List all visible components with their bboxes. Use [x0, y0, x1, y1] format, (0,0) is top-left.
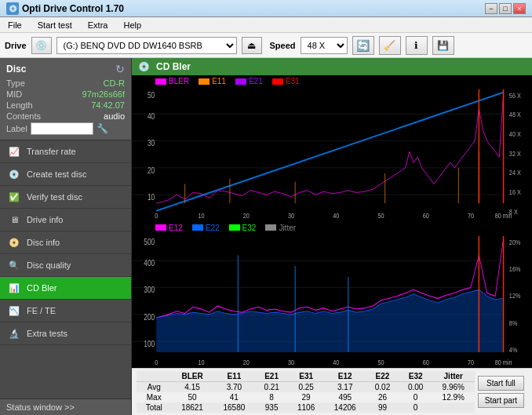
drive-select[interactable]: (G:) BENQ DVD DD DW1640 BSRB: [56, 37, 237, 54]
status-window-button[interactable]: Status window >>: [0, 399, 131, 415]
svg-text:4%: 4%: [509, 344, 518, 353]
legend-e31-color: [272, 78, 283, 85]
svg-text:30: 30: [288, 358, 294, 366]
col-e22: E22: [366, 371, 399, 382]
legend-jitter: Jitter: [265, 224, 296, 232]
chart1-svg: 50 40 30 20 10 56 X 48 X 40 X 32 X 24 X …: [132, 87, 532, 222]
sidebar-nav: 📈 Transfer rate 💿 Create test disc ✅ Ver…: [0, 140, 131, 399]
legend-e11: E11: [199, 77, 226, 86]
disc-label-key: Label: [6, 124, 27, 133]
stats-total-e12: 14206: [324, 402, 366, 413]
disc-panel: Disc ↻ Type CD-R MID 97m26s66f Length 74…: [0, 58, 131, 140]
sidebar-item-drive-info[interactable]: 🖥 Drive info: [0, 209, 131, 231]
svg-text:20: 20: [243, 358, 250, 366]
stats-table: BLER E11 E21 E31 E12 E22 E32 Jitter: [137, 371, 475, 413]
drive-icon-btn[interactable]: 💿: [31, 37, 52, 54]
create-test-disc-icon: 💿: [8, 168, 20, 180]
svg-text:20: 20: [243, 211, 250, 220]
sidebar-item-extra-tests[interactable]: 🔬 Extra tests: [0, 322, 131, 345]
extra-tests-label: Extra tests: [27, 329, 67, 338]
sidebar-item-disc-info[interactable]: 📀 Disc info: [0, 231, 131, 254]
menu-bar: File Start test Extra Help: [0, 17, 532, 33]
close-button[interactable]: ×: [513, 3, 526, 14]
legend-e32-label: E32: [242, 224, 257, 232]
start-part-button[interactable]: Start part: [478, 393, 524, 408]
refresh-button[interactable]: 🔄: [352, 36, 374, 55]
stats-total-e21: 935: [255, 402, 288, 413]
chart-header-title: CD Bler: [156, 61, 191, 72]
stats-avg-row: Avg 4.15 3.70 0.21 0.25 3.17 0.02 0.00 9…: [137, 382, 475, 393]
chart2-svg: 500 400 300 200 100 20% 16% 12% 8% 4% 0 …: [132, 234, 532, 369]
stats-avg-e31: 0.25: [288, 382, 324, 393]
drive-label: Drive: [5, 41, 27, 50]
disc-refresh-icon[interactable]: ↻: [115, 63, 125, 75]
chart2-container: E12 E22 E32 Jitter: [132, 222, 532, 369]
legend-jitter-label: Jitter: [279, 224, 296, 232]
disc-quality-label: Disc quality: [27, 260, 71, 270]
title-bar: 💿 Opti Drive Control 1.70 − □ ×: [0, 0, 532, 17]
legend-e11-color: [199, 78, 210, 85]
menu-extra[interactable]: Extra: [83, 19, 113, 31]
svg-text:24 X: 24 X: [509, 168, 521, 177]
info-button[interactable]: ℹ: [406, 36, 428, 55]
legend-e21: E21: [235, 77, 263, 86]
chart2-legend: E12 E22 E32 Jitter: [132, 222, 532, 234]
extra-tests-icon: 🔬: [8, 327, 20, 340]
chart2-area: 500 400 300 200 100 20% 16% 12% 8% 4% 0 …: [132, 234, 532, 369]
sidebar-item-fe-te[interactable]: 📉 FE / TE: [0, 300, 131, 322]
disc-mid-row: MID 97m26s66f: [6, 89, 125, 99]
svg-text:0: 0: [155, 211, 158, 220]
stats-avg-e22: 0.02: [366, 382, 399, 393]
disc-info-icon: 📀: [8, 236, 20, 249]
menu-file[interactable]: File: [3, 19, 27, 31]
sidebar-item-create-test-disc[interactable]: 💿 Create test disc: [0, 163, 131, 186]
start-full-button[interactable]: Start full: [478, 376, 524, 391]
svg-text:30: 30: [148, 138, 155, 147]
disc-header: Disc ↻: [6, 63, 125, 75]
disc-mid-label: MID: [6, 89, 22, 99]
erase-button[interactable]: 🧹: [379, 36, 401, 55]
disc-info-label: Disc info: [27, 238, 60, 247]
disc-contents-label: Contents: [6, 111, 41, 121]
menu-start-test[interactable]: Start test: [33, 19, 77, 31]
col-e21: E21: [255, 371, 288, 382]
minimize-button[interactable]: −: [485, 3, 497, 14]
speed-select[interactable]: 48 X 40 X 32 X 24 X 16 X 8 X: [301, 37, 348, 54]
legend-bler: BLER: [155, 77, 189, 86]
svg-text:70: 70: [468, 211, 474, 220]
sidebar-item-verify-test-disc[interactable]: ✅ Verify test disc: [0, 186, 131, 209]
fe-te-label: FE / TE: [27, 306, 56, 315]
svg-text:40 X: 40 X: [509, 129, 521, 138]
stats-avg-label: Avg: [137, 382, 171, 393]
disc-length-value: 74:42.07: [91, 100, 125, 110]
drive-bar: Drive 💿 (G:) BENQ DVD DD DW1640 BSRB ⏏ S…: [0, 33, 532, 58]
eject-button[interactable]: ⏏: [242, 37, 262, 54]
svg-text:32 X: 32 X: [509, 149, 521, 158]
svg-text:50: 50: [148, 90, 155, 100]
svg-text:70: 70: [468, 358, 474, 366]
speed-label: Speed: [270, 41, 296, 50]
stats-total-label: Total: [137, 402, 171, 413]
sidebar-item-disc-quality[interactable]: 🔍 Disc quality: [0, 254, 131, 277]
sidebar-item-transfer-rate[interactable]: 📈 Transfer rate: [0, 140, 131, 163]
legend-e12-color: [155, 224, 166, 231]
save-button[interactable]: 💾: [432, 36, 454, 55]
chart1-container: BLER E11 E21 E31: [132, 75, 532, 222]
svg-text:80 min: 80 min: [495, 211, 512, 220]
sidebar-item-cd-bler[interactable]: 📊 CD Bler: [0, 277, 131, 300]
stats-area: BLER E11 E21 E31 E12 E22 E32 Jitter: [132, 368, 532, 415]
transfer-rate-label: Transfer rate: [27, 147, 76, 156]
maximize-button[interactable]: □: [499, 3, 512, 14]
legend-bler-color: [155, 78, 166, 85]
content-area: 💿 CD Bler BLER E11: [132, 58, 532, 415]
disc-label-icon[interactable]: 🔧: [97, 123, 108, 134]
chart-header: 💿 CD Bler: [132, 58, 532, 75]
disc-label-input[interactable]: [31, 122, 93, 135]
legend-e11-label: E11: [212, 77, 226, 86]
stats-max-jitter: 12.9%: [432, 392, 475, 402]
menu-help[interactable]: Help: [118, 19, 146, 31]
stats-row: BLER E11 E21 E31 E12 E22 E32 Jitter: [137, 371, 527, 413]
svg-text:60: 60: [423, 358, 429, 366]
disc-contents-value: audio: [104, 111, 125, 121]
stats-max-e32: 0: [399, 392, 432, 402]
